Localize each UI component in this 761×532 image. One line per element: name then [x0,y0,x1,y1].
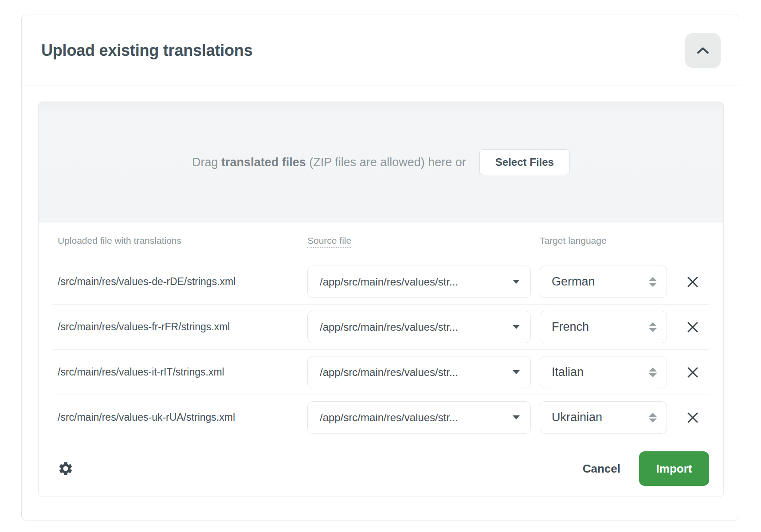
file-dropzone[interactable]: Drag translated files (ZIP files are all… [39,102,723,223]
source-file-select[interactable]: /app/src/main/res/values/str... [307,266,531,298]
caret-down-icon [513,370,520,374]
remove-row-button[interactable] [683,272,702,292]
caret-down-icon [513,325,520,329]
source-file-select[interactable]: /app/src/main/res/values/str... [307,311,531,343]
remove-row-button[interactable] [683,408,702,427]
upload-panel: Drag translated files (ZIP files are all… [38,102,724,497]
caret-down-icon [513,415,520,419]
source-file-select[interactable]: /app/src/main/res/values/str... [307,356,531,388]
column-header-target-language: Target language [540,235,667,246]
page-title: Upload existing translations [41,41,252,60]
table-row: /src/main/res/values-de-rDE/strings.xml … [53,259,709,305]
upload-translations-dialog: Upload existing translations Drag transl… [21,15,739,520]
table-header-row: Uploaded file with translations Source f… [53,223,709,259]
uploaded-file-path: /src/main/res/values-de-rDE/strings.xml [53,276,298,288]
collapse-button[interactable] [685,33,721,68]
translations-table: Uploaded file with translations Source f… [39,223,723,440]
source-file-value: /app/src/main/res/values/str... [320,276,506,288]
dialog-header: Upload existing translations [22,15,739,86]
import-button[interactable]: Import [639,451,709,486]
table-row: /src/main/res/values-uk-rUA/strings.xml … [53,395,709,440]
source-file-value: /app/src/main/res/values/str... [320,411,506,424]
table-body: /src/main/res/values-de-rDE/strings.xml … [53,259,709,440]
remove-row-button[interactable] [683,317,702,337]
up-down-arrows-icon [649,322,657,332]
up-down-arrows-icon [649,413,657,422]
table-row: /src/main/res/values-it-rIT/strings.xml … [53,350,709,395]
up-down-arrows-icon [649,277,657,287]
close-icon [686,411,699,424]
column-header-uploaded-file: Uploaded file with translations [53,235,298,246]
chevron-up-icon [696,47,710,55]
target-language-value: French [552,320,589,334]
target-language-value: Ukrainian [552,411,602,424]
target-language-value: Italian [552,365,584,379]
settings-button[interactable] [58,460,75,477]
cancel-button[interactable]: Cancel [583,462,620,476]
uploaded-file-path: /src/main/res/values-uk-rUA/strings.xml [53,411,298,423]
close-icon [686,275,699,289]
dialog-footer: Cancel Import [39,440,723,497]
column-header-source-file: Source file [307,235,531,246]
close-icon [686,366,699,379]
source-file-value: /app/src/main/res/values/str... [320,321,506,333]
source-file-select[interactable]: /app/src/main/res/values/str... [307,401,531,434]
gear-icon [58,461,75,477]
remove-row-button[interactable] [683,363,702,382]
dropzone-instructions: Drag translated files (ZIP files are all… [192,156,466,169]
source-file-value: /app/src/main/res/values/str... [320,366,506,379]
target-language-value: German [552,275,595,289]
select-files-button[interactable]: Select Files [479,149,570,175]
uploaded-file-path: /src/main/res/values-it-rIT/strings.xml [53,366,298,378]
table-row: /src/main/res/values-fr-rFR/strings.xml … [53,305,709,350]
target-language-select[interactable]: Italian [540,356,667,388]
target-language-select[interactable]: German [540,266,667,298]
target-language-select[interactable]: Ukrainian [540,401,667,434]
close-icon [686,321,699,334]
up-down-arrows-icon [649,368,657,377]
target-language-select[interactable]: French [540,311,667,343]
caret-down-icon [513,280,520,284]
uploaded-file-path: /src/main/res/values-fr-rFR/strings.xml [53,321,298,333]
